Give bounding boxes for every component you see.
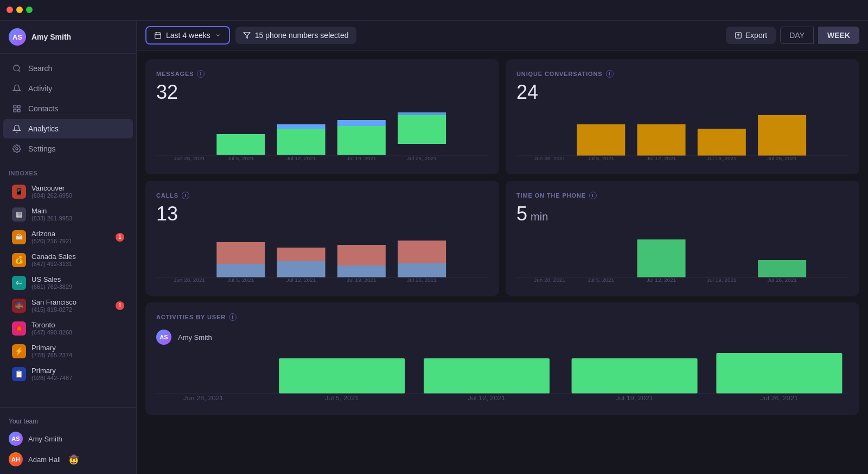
svg-rect-4 — [14, 109, 16, 112]
date-filter-label: Last 4 weeks — [166, 31, 210, 40]
phone-filter-label: 15 phone numbers selected — [255, 31, 349, 40]
unique-conversations-title: UNIQUE CONVERSATIONS i — [516, 70, 848, 78]
analytics-label: Analytics — [28, 124, 59, 133]
contacts-label: Contacts — [28, 104, 58, 113]
toolbar-right: Export DAY WEEK — [726, 27, 859, 44]
svg-text:Jun 28, 2021: Jun 28, 2021 — [534, 277, 565, 282]
title-bar — [0, 0, 868, 21]
inbox-name-toronto: Toronto — [31, 321, 124, 329]
sidebar-item-contacts[interactable]: Contacts — [3, 99, 133, 118]
unique-conversations-chart: UNIQUE CONVERSATIONS i 24 — [506, 59, 859, 174]
avatar: AS — [9, 28, 26, 46]
svg-rect-58 — [279, 358, 405, 394]
inbox-icon-san-francisco: 🌉 — [12, 299, 26, 313]
svg-text:Jul 26, 2021: Jul 26, 2021 — [407, 277, 437, 282]
svg-rect-27 — [637, 124, 686, 156]
date-filter-button[interactable]: Last 4 weeks — [145, 26, 230, 45]
team-name-amy: Amy Smith — [28, 435, 62, 443]
dashboard: MESSAGES i 32 — [137, 50, 868, 474]
day-button[interactable]: DAY — [780, 27, 814, 44]
maximize-button[interactable] — [26, 7, 33, 13]
svg-marker-10 — [244, 33, 250, 39]
sidebar: AS Amy Smith Search Activity — [0, 21, 137, 474]
svg-text:Jul 5, 2021: Jul 5, 2021 — [227, 277, 254, 282]
inbox-item-primary-1[interactable]: ⚡ Primary (778) 765-2374 — [3, 340, 133, 362]
sidebar-item-settings[interactable]: Settings — [3, 139, 133, 159]
app-wrapper: AS Amy Smith Search Activity — [0, 0, 868, 474]
calls-value: 13 — [156, 203, 488, 225]
inbox-phone-us-sales: (661) 762-3829 — [31, 283, 124, 290]
phone-filter-button[interactable]: 15 phone numbers selected — [235, 27, 356, 44]
messages-value: 32 — [156, 81, 488, 104]
svg-rect-60 — [572, 358, 698, 394]
inbox-item-toronto[interactable]: 🍁 Toronto (647) 490-8268 — [3, 317, 133, 339]
inbox-item-arizona[interactable]: 🏔 Arizona (520) 216-7921 1 — [3, 226, 133, 248]
window-controls — [7, 7, 33, 13]
inbox-icon-canada-sales: 💰 — [12, 253, 26, 267]
toolbar: Last 4 weeks 15 phone numbers selected E… — [137, 21, 868, 50]
svg-text:Jul 5, 2021: Jul 5, 2021 — [227, 155, 254, 161]
calls-info-icon[interactable]: i — [182, 192, 189, 199]
svg-text:Jul 12, 2021: Jul 12, 2021 — [286, 277, 316, 282]
time-on-phone-title: TIME ON THE PHONE i — [516, 192, 848, 199]
inbox-info-vancouver: Vancouver (604) 262-6950 — [31, 184, 124, 199]
inbox-icon-primary-2: 📋 — [12, 367, 26, 381]
inbox-item-us-sales[interactable]: 🏷 US Sales (661) 762-3829 — [3, 271, 133, 294]
week-button[interactable]: WEEK — [818, 27, 859, 44]
activities-info-icon[interactable]: i — [229, 313, 237, 321]
inbox-info-us-sales: US Sales (661) 762-3829 — [31, 275, 124, 290]
time-phone-info-icon[interactable]: i — [589, 192, 597, 199]
sidebar-item-analytics[interactable]: Analytics — [3, 119, 133, 138]
activities-user-row: AS Amy Smith — [156, 330, 848, 345]
minimize-button[interactable] — [16, 7, 23, 13]
activity-label: Activity — [28, 84, 52, 93]
inbox-item-vancouver[interactable]: 📱 Vancouver (604) 262-6950 — [3, 180, 133, 203]
svg-rect-2 — [17, 105, 20, 108]
svg-rect-6 — [155, 33, 161, 39]
inbox-info-primary-1: Primary (778) 765-2374 — [31, 344, 124, 358]
svg-rect-28 — [698, 129, 746, 156]
inbox-item-canada-sales[interactable]: 💰 Canada Sales (647) 492-3131 — [3, 249, 133, 271]
inbox-item-primary-2[interactable]: 📋 Primary (928) 442-7487 — [3, 363, 133, 385]
svg-text:Jul 12, 2021: Jul 12, 2021 — [647, 277, 676, 282]
main-content: Last 4 weeks 15 phone numbers selected E… — [137, 21, 868, 474]
sidebar-header: AS Amy Smith — [0, 21, 136, 54]
svg-rect-26 — [577, 124, 625, 156]
svg-text:Jul 19, 2021: Jul 19, 2021 — [616, 395, 654, 402]
time-on-phone-chart: TIME ON THE PHONE i 5min — [506, 181, 859, 296]
inbox-name-vancouver: Vancouver — [31, 184, 124, 192]
svg-rect-42 — [398, 241, 446, 263]
inbox-info-san-francisco: San Francisco (415) 818-0272 — [31, 298, 110, 313]
svg-rect-37 — [216, 264, 265, 277]
settings-label: Settings — [28, 144, 56, 153]
settings-icon — [12, 144, 22, 154]
team-item-amy[interactable]: AS Amy Smith — [0, 428, 136, 449]
messages-info-icon[interactable]: i — [197, 70, 205, 78]
unique-conv-info-icon[interactable]: i — [606, 70, 614, 78]
team-name-adam: Adam Hall — [28, 456, 61, 464]
inbox-item-main[interactable]: ▦ Main (833) 261-9953 — [3, 203, 133, 225]
inboxes-label: Inboxes — [0, 163, 136, 180]
inbox-info-arizona: Arizona (520) 216-7921 — [31, 230, 110, 244]
analytics-icon — [12, 124, 22, 134]
svg-rect-29 — [758, 115, 806, 156]
inbox-name-arizona: Arizona — [31, 230, 110, 238]
svg-point-5 — [16, 148, 18, 150]
inbox-name-main: Main — [31, 207, 124, 215]
svg-text:Jul 5, 2021: Jul 5, 2021 — [588, 277, 614, 282]
team-item-adam[interactable]: AH Adam Hall 🤠 — [0, 449, 136, 470]
svg-rect-14 — [277, 129, 326, 155]
export-button[interactable]: Export — [726, 27, 776, 44]
charts-second-row: CALLS i 13 — [145, 181, 859, 296]
close-button[interactable] — [7, 7, 13, 13]
svg-rect-1 — [14, 105, 16, 108]
inbox-phone-primary-1: (778) 765-2374 — [31, 352, 124, 358]
svg-text:Jul 19, 2021: Jul 19, 2021 — [347, 277, 376, 282]
inbox-item-san-francisco[interactable]: 🌉 San Francisco (415) 818-0272 1 — [3, 294, 133, 317]
svg-rect-59 — [424, 358, 550, 394]
sidebar-item-search[interactable]: Search — [3, 59, 133, 78]
inbox-info-primary-2: Primary (928) 442-7487 — [31, 366, 124, 381]
inbox-phone-vancouver: (604) 262-6950 — [31, 192, 124, 199]
svg-rect-40 — [337, 245, 386, 266]
sidebar-item-activity[interactable]: Activity — [3, 79, 133, 98]
